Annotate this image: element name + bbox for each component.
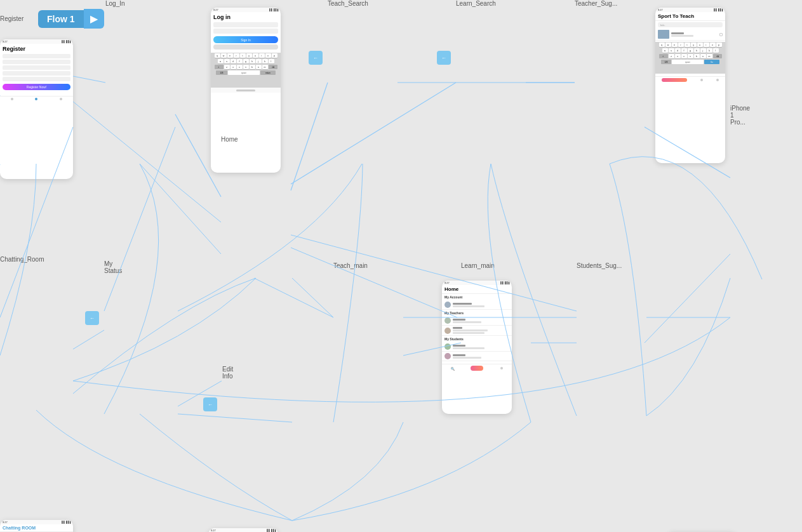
key-p[interactable]: p — [272, 53, 277, 58]
svg-line-15 — [73, 102, 221, 222]
account-text — [453, 303, 485, 307]
student-avatar1 — [444, 343, 451, 350]
nav-dot-1 — [11, 98, 13, 100]
login-email-input[interactable] — [213, 22, 278, 27]
register-phone-input[interactable] — [3, 77, 70, 81]
learn-main-label: Learn_main — [461, 262, 495, 269]
key-o[interactable]: o — [265, 53, 271, 58]
login-password-input[interactable] — [213, 29, 278, 34]
teach-search-frame: 9:27▐▐ ▐▐▐ Sport To Teach bdc. qwertyuio… — [655, 8, 725, 163]
key-g[interactable]: g — [243, 59, 249, 63]
key-j[interactable]: j — [256, 59, 262, 63]
login-status-bar: 9:27▐▐ ▐▐▐ — [211, 8, 281, 12]
account-avatar — [444, 302, 451, 308]
key-y[interactable]: y — [246, 53, 252, 58]
key-d[interactable]: d — [231, 59, 236, 63]
register-firstname-input[interactable] — [3, 54, 70, 58]
key-u[interactable]: u — [253, 53, 258, 58]
key-q[interactable]: q — [215, 53, 220, 58]
login-title: Log in — [213, 14, 278, 20]
login-frame: 9:27▐▐ ▐▐▐ Log in Sign In qwertyuiop asd… — [211, 8, 281, 173]
key-e[interactable]: e — [227, 53, 233, 58]
home-teacher-item2[interactable] — [442, 326, 512, 336]
key-b[interactable]: b — [250, 65, 255, 69]
key-v[interactable]: v — [243, 65, 249, 69]
teach-search-input[interactable]: bdc. — [658, 22, 723, 27]
teacher-avatar1 — [444, 317, 451, 324]
key-w[interactable]: w — [221, 53, 227, 58]
key-l[interactable]: l — [269, 59, 274, 63]
home-student-item1[interactable] — [442, 342, 512, 352]
ts-key-q[interactable]: q — [659, 43, 665, 47]
learn-search-back-button[interactable]: ← — [437, 51, 451, 65]
home-label: Home — [221, 136, 238, 143]
key-space[interactable]: space — [228, 70, 260, 75]
key-h[interactable]: h — [250, 59, 255, 63]
key-backspace[interactable]: ⌫ — [269, 65, 277, 69]
students-sug-label: Students_Sug... — [577, 262, 622, 269]
teach-search-title: Sport To Teach — [655, 12, 725, 21]
key-x[interactable]: x — [231, 65, 236, 69]
register-region-input[interactable] — [3, 71, 70, 76]
login-keyboard: qwertyuiop asdfghjkl ⇧ zxcvbnm ⌫ 123 spa… — [211, 53, 281, 88]
key-123[interactable]: 123 — [216, 70, 227, 75]
editinfo-back-button[interactable]: ← — [203, 397, 217, 411]
mystatus-back-button[interactable]: ← — [85, 311, 99, 325]
key-i[interactable]: i — [259, 53, 265, 58]
login-alt-button[interactable] — [213, 44, 278, 50]
key-f[interactable]: f — [237, 59, 243, 63]
home-myteachers-header: My Teachers — [442, 310, 512, 316]
chat-status: 9:27▐▐ ▐▐▐ — [0, 520, 73, 524]
teach-search-result1[interactable] — [655, 29, 725, 41]
key-m[interactable]: m — [262, 65, 268, 69]
svg-line-20 — [178, 414, 292, 422]
teach-result-text1 — [671, 32, 693, 37]
flow-play-button[interactable]: ▶ — [84, 9, 104, 29]
chat-room-label: Chatting_Room — [0, 256, 44, 263]
login-bottom-bar — [211, 88, 281, 93]
teacher-sug-label: Teacher_Sug... — [575, 0, 617, 7]
key-z[interactable]: z — [224, 65, 230, 69]
register-status-bar: 9:27▐▐ ▐▐▐ — [0, 39, 73, 44]
home-frame: 9:27▐▐ ▐▐▐ Home My Account My Teachers — [442, 281, 512, 414]
teacher-text1 — [453, 319, 481, 323]
register-bottom-nav — [0, 96, 73, 102]
register-now-button[interactable]: Register Now! — [3, 84, 70, 90]
home-student-item2[interactable] — [442, 352, 512, 361]
teach-result-checkbox1[interactable] — [719, 33, 723, 36]
student-avatar2 — [444, 353, 451, 359]
svg-line-17 — [291, 235, 577, 311]
key-k[interactable]: k — [262, 59, 268, 63]
svg-line-10 — [292, 278, 333, 317]
home-account-item[interactable] — [442, 300, 512, 310]
svg-line-2 — [291, 83, 328, 190]
home-status-bar: 9:27▐▐ ▐▐▐ — [442, 281, 512, 285]
register-label: Register — [0, 15, 23, 22]
home-myaccount-header: My Account — [442, 294, 512, 300]
key-n[interactable]: n — [256, 65, 262, 69]
home-nav-dots — [500, 367, 503, 369]
key-r[interactable]: r — [234, 53, 239, 58]
flow-header: Flow 1 ▶ — [38, 9, 104, 29]
teach-search-back-button[interactable]: ← — [309, 51, 323, 65]
signin-button[interactable]: Sign In — [213, 36, 278, 43]
flow-badge-label: Flow 1 — [47, 14, 75, 24]
student-text1 — [453, 345, 485, 349]
register-age-input[interactable] — [3, 65, 70, 70]
nav-dot-2 — [35, 98, 37, 100]
key-s[interactable]: s — [224, 59, 230, 63]
learn-search-label: Learn_Search — [456, 0, 496, 7]
teach-search-status: 9:27▐▐ ▐▐▐ — [655, 8, 725, 12]
key-a[interactable]: a — [218, 59, 224, 63]
svg-line-16 — [291, 248, 457, 317]
key-c[interactable]: c — [237, 65, 243, 69]
key-return[interactable]: return — [260, 70, 276, 75]
register-password-input[interactable] — [3, 60, 70, 64]
svg-line-14 — [140, 164, 221, 254]
flow-badge[interactable]: Flow 1 — [38, 10, 84, 28]
key-shift[interactable]: ⇧ — [215, 65, 224, 69]
home-teacher-item1[interactable] — [442, 316, 512, 326]
register-title: Register — [3, 46, 70, 52]
key-t[interactable]: t — [240, 53, 246, 58]
editinfo-label: Edit Info — [222, 366, 233, 380]
